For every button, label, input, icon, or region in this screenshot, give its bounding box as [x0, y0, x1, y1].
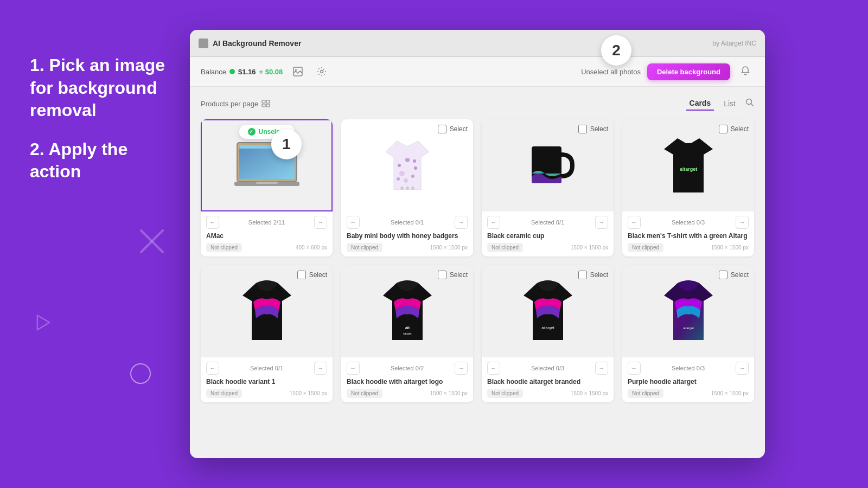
select-label-hoodie3: Select	[590, 271, 608, 279]
card-footer-baby: ← Selected 0/1 → Baby mini body with hon…	[341, 211, 473, 256]
unselect-all-button[interactable]: Unselect all photos	[581, 68, 641, 76]
svg-point-4	[321, 70, 323, 73]
card-image-mug[interactable]: Select	[482, 119, 614, 211]
card-bottom-hoodie1: Not clipped 1500 × 1500 px	[206, 389, 327, 398]
checkbox-hoodie2[interactable]	[438, 271, 446, 279]
card-prev-btn-baby[interactable]: ←	[347, 216, 360, 229]
card-actions-hoodie3: ← Selected 0/3 →	[487, 362, 608, 375]
card-image-hoodie1[interactable]: Select	[201, 265, 333, 357]
gallery-icon-btn[interactable]	[289, 63, 307, 80]
not-clipped-mug: Not clipped	[487, 243, 523, 252]
select-label-tshirt: Select	[731, 125, 749, 133]
card-next-btn-hoodie3[interactable]: →	[595, 362, 608, 375]
card-bottom-hoodie4: Not clipped 1500 × 1500 px	[628, 389, 749, 398]
card-next-btn-hoodie4[interactable]: →	[736, 362, 749, 375]
card-image-hoodie3[interactable]: Select aitarget	[482, 265, 614, 357]
search-icon-btn[interactable]	[745, 98, 754, 109]
card-image-tshirt[interactable]: Select aitarget	[622, 119, 754, 211]
card-next-btn-hoodie1[interactable]: →	[314, 362, 327, 375]
deco-play-icon	[35, 314, 52, 331]
balance-value: $1.16	[238, 68, 256, 76]
checkbox-hoodie4[interactable]	[719, 271, 727, 279]
card-actions-hoodie1: ← Selected 0/1 →	[206, 362, 327, 375]
card-image-hoodie2[interactable]: Select ait target	[341, 265, 473, 357]
card-dims-tshirt: 1500 × 1500 px	[711, 245, 749, 251]
not-clipped-hoodie1: Not clipped	[206, 389, 242, 398]
card-bottom-amac: Not clipped 400 × 600 px	[206, 243, 327, 252]
checkbox-mug[interactable]	[578, 125, 587, 133]
products-per-page: Products per page	[201, 99, 270, 108]
card-prev-btn-amac[interactable]: ←	[206, 216, 219, 229]
checkbox-baby[interactable]	[438, 125, 446, 133]
balance-label: Balance	[201, 68, 226, 76]
svg-text:ait: ait	[405, 326, 410, 330]
card-select-baby: Select	[438, 125, 468, 133]
svg-rect-8	[266, 104, 270, 107]
card-bottom-hoodie2: Not clipped 1500 × 1500 px	[347, 389, 468, 398]
svg-point-16	[405, 158, 410, 162]
settings-icon-btn[interactable]	[313, 63, 330, 80]
delete-background-button[interactable]: Delete background	[647, 63, 730, 80]
checkbox-tshirt[interactable]	[719, 125, 727, 133]
card-image-hoodie4[interactable]: Select	[622, 265, 754, 357]
card-actions-hoodie4: ← Selected 0/3 →	[628, 362, 749, 375]
bodysuit-image	[383, 138, 432, 192]
card-prev-btn-mug[interactable]: ←	[487, 216, 500, 229]
cards-view-btn[interactable]: Cards	[686, 97, 714, 111]
unselect-check-icon: ✓	[247, 128, 255, 136]
card-footer-hoodie1: ← Selected 0/1 → Black hoodie variant 1 …	[201, 357, 333, 402]
card-image-baby[interactable]: Select	[341, 119, 473, 211]
card-select-hoodie3: Select	[578, 271, 608, 279]
card-actions-baby: ← Selected 0/1 →	[347, 216, 468, 229]
svg-text:target: target	[403, 332, 412, 335]
title-bar: AI Background Remover by Aitarget INC	[190, 30, 765, 57]
select-label-baby: Select	[450, 125, 468, 133]
card-image-amac[interactable]: ✓ Unselect	[201, 119, 333, 211]
notification-icon-btn[interactable]	[737, 63, 754, 80]
card-prev-btn-hoodie2[interactable]: ←	[347, 362, 360, 375]
grid-settings-icon[interactable]	[261, 99, 270, 108]
card-bottom-hoodie3: Not clipped 1500 × 1500 px	[487, 389, 608, 398]
card-next-btn-baby[interactable]: →	[455, 216, 468, 229]
card-prev-btn-hoodie4[interactable]: ←	[628, 362, 641, 375]
svg-point-25	[411, 187, 414, 190]
card-bottom-baby: Not clipped 1500 × 1500 px	[347, 243, 468, 252]
svg-point-15	[398, 164, 401, 167]
card-selected-baby: Selected 0/1	[391, 219, 424, 226]
svg-text:aitarget: aitarget	[541, 326, 554, 330]
cards-grid: ✓ Unselect ← Selected 2/11 → AMac Not cl…	[201, 119, 754, 402]
svg-rect-5	[262, 100, 265, 103]
step1-text: 1. Pick an image for background removal	[30, 54, 168, 122]
card-select-hoodie2: Select	[438, 271, 468, 279]
card-next-btn-mug[interactable]: →	[595, 216, 608, 229]
card-prev-btn-tshirt[interactable]: ←	[628, 216, 641, 229]
checkbox-hoodie3[interactable]	[578, 271, 587, 279]
svg-point-22	[397, 177, 400, 181]
card-prev-btn-hoodie3[interactable]: ←	[487, 362, 500, 375]
step-badge-1: 1	[271, 129, 302, 159]
card-next-btn-tshirt[interactable]: →	[736, 216, 749, 229]
card-select-hoodie1: Select	[297, 271, 327, 279]
list-view-btn[interactable]: List	[720, 97, 739, 110]
product-card-hoodie3: Select aitarget ← Selected 0/3 →	[482, 265, 614, 402]
select-label-hoodie4: Select	[731, 271, 749, 279]
card-select-mug: Select	[578, 125, 608, 133]
svg-rect-7	[262, 104, 265, 107]
card-selected-hoodie2: Selected 0/2	[391, 365, 424, 371]
card-next-btn-amac[interactable]: →	[314, 216, 327, 229]
svg-point-20	[404, 178, 408, 183]
card-prev-btn-hoodie1[interactable]: ←	[206, 362, 219, 375]
card-next-btn-hoodie2[interactable]: →	[455, 362, 468, 375]
app-by: by Aitarget INC	[712, 40, 756, 47]
tshirt-image: aitarget	[661, 136, 716, 195]
not-clipped-hoodie4: Not clipped	[628, 389, 663, 398]
card-name-hoodie1: Black hoodie variant 1	[206, 378, 327, 386]
svg-point-18	[399, 171, 405, 176]
svg-point-3	[295, 69, 297, 71]
svg-text:aitarget: aitarget	[679, 166, 697, 172]
toolbar-right: Unselect all photos Delete background	[581, 63, 754, 80]
checkbox-hoodie1[interactable]	[297, 271, 306, 279]
card-actions-amac: ← Selected 2/11 →	[206, 216, 327, 229]
balance-box: Balance $1.16 + $0.08	[201, 68, 283, 76]
product-card-mug: Select ← Selected 0/1 →	[482, 119, 614, 256]
